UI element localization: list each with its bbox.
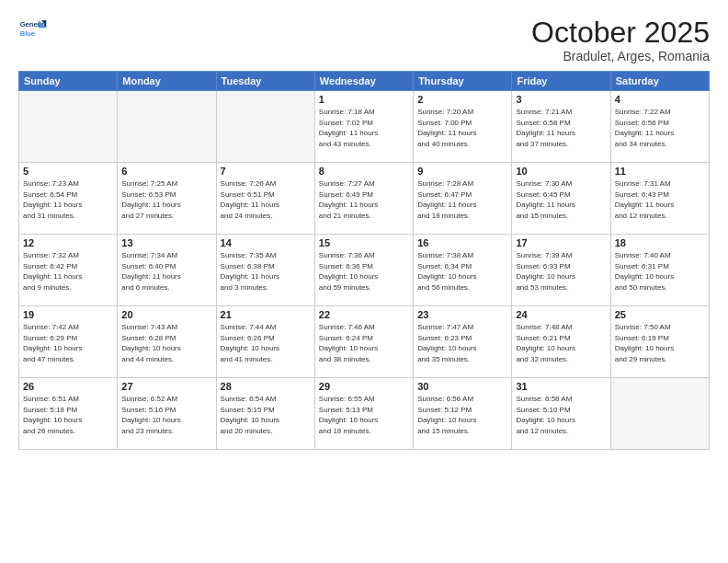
- day-number: 15: [319, 237, 409, 248]
- day-number: 22: [319, 309, 409, 320]
- calendar-cell: 24Sunrise: 7:48 AMSunset: 6:21 PMDayligh…: [512, 306, 610, 378]
- day-info: Sunrise: 7:46 AMSunset: 6:24 PMDaylight:…: [319, 322, 409, 364]
- calendar-week-row: 1Sunrise: 7:18 AMSunset: 7:02 PMDaylight…: [19, 91, 710, 163]
- day-number: 8: [319, 166, 409, 177]
- day-info: Sunrise: 6:58 AMSunset: 5:10 PMDaylight:…: [516, 394, 606, 436]
- calendar-cell: 8Sunrise: 7:27 AMSunset: 6:49 PMDaylight…: [314, 163, 413, 235]
- calendar-cell: 6Sunrise: 7:25 AMSunset: 6:53 PMDaylight…: [118, 163, 216, 235]
- calendar-cell: 20Sunrise: 7:43 AMSunset: 6:28 PMDayligh…: [118, 306, 216, 378]
- weekday-header: Thursday: [414, 72, 512, 91]
- day-info: Sunrise: 7:18 AMSunset: 7:02 PMDaylight:…: [319, 107, 409, 149]
- calendar-cell: 2Sunrise: 7:20 AMSunset: 7:00 PMDaylight…: [414, 91, 512, 163]
- calendar-cell: 29Sunrise: 6:55 AMSunset: 5:13 PMDayligh…: [314, 378, 413, 450]
- day-info: Sunrise: 7:38 AMSunset: 6:34 PMDaylight:…: [417, 250, 507, 293]
- calendar-week-row: 26Sunrise: 6:51 AMSunset: 5:18 PMDayligh…: [19, 378, 710, 450]
- day-number: 4: [615, 94, 705, 105]
- day-number: 25: [615, 309, 705, 320]
- header: General Blue October 2025 Bradulet, Arge…: [18, 17, 710, 63]
- calendar-cell: 11Sunrise: 7:31 AMSunset: 6:43 PMDayligh…: [610, 163, 709, 235]
- weekday-header: Wednesday: [314, 72, 413, 91]
- day-number: 2: [417, 94, 507, 105]
- calendar-cell: 21Sunrise: 7:44 AMSunset: 6:26 PMDayligh…: [216, 306, 314, 378]
- calendar-cell: 10Sunrise: 7:30 AMSunset: 6:45 PMDayligh…: [512, 163, 610, 235]
- day-number: 21: [221, 309, 311, 320]
- day-info: Sunrise: 6:52 AMSunset: 5:16 PMDaylight:…: [121, 394, 211, 436]
- calendar-cell: [610, 378, 709, 450]
- day-info: Sunrise: 7:35 AMSunset: 6:38 PMDaylight:…: [221, 250, 311, 293]
- logo: General Blue: [18, 17, 48, 42]
- day-number: 9: [417, 166, 507, 177]
- calendar-cell: 16Sunrise: 7:38 AMSunset: 6:34 PMDayligh…: [414, 235, 512, 306]
- svg-text:Blue: Blue: [20, 29, 35, 38]
- calendar-table: SundayMondayTuesdayWednesdayThursdayFrid…: [18, 71, 710, 450]
- title-block: October 2025 Bradulet, Arges, Romania: [531, 17, 710, 63]
- day-number: 24: [516, 309, 606, 320]
- day-number: 17: [516, 237, 606, 248]
- calendar-cell: 31Sunrise: 6:58 AMSunset: 5:10 PMDayligh…: [512, 378, 610, 450]
- calendar-week-row: 12Sunrise: 7:32 AMSunset: 6:42 PMDayligh…: [19, 235, 710, 306]
- day-info: Sunrise: 6:54 AMSunset: 5:15 PMDaylight:…: [221, 394, 311, 436]
- day-info: Sunrise: 7:42 AMSunset: 6:29 PMDaylight:…: [23, 322, 113, 364]
- weekday-header: Tuesday: [216, 72, 314, 91]
- day-info: Sunrise: 7:47 AMSunset: 6:23 PMDaylight:…: [417, 322, 507, 364]
- day-info: Sunrise: 7:30 AMSunset: 6:45 PMDaylight:…: [516, 178, 606, 221]
- day-number: 16: [417, 237, 507, 248]
- calendar-cell: 9Sunrise: 7:28 AMSunset: 6:47 PMDaylight…: [414, 163, 512, 235]
- calendar-cell: 4Sunrise: 7:22 AMSunset: 6:56 PMDaylight…: [610, 91, 709, 163]
- day-info: Sunrise: 7:44 AMSunset: 6:26 PMDaylight:…: [221, 322, 311, 364]
- calendar-cell: 13Sunrise: 7:34 AMSunset: 6:40 PMDayligh…: [118, 235, 216, 306]
- calendar-cell: 19Sunrise: 7:42 AMSunset: 6:29 PMDayligh…: [19, 306, 118, 378]
- calendar-cell: 14Sunrise: 7:35 AMSunset: 6:38 PMDayligh…: [216, 235, 314, 306]
- day-number: 7: [221, 166, 311, 177]
- calendar-cell: 26Sunrise: 6:51 AMSunset: 5:18 PMDayligh…: [19, 378, 118, 450]
- page: General Blue October 2025 Bradulet, Arge…: [0, 0, 728, 563]
- day-number: 1: [319, 94, 409, 105]
- calendar-cell: 22Sunrise: 7:46 AMSunset: 6:24 PMDayligh…: [314, 306, 413, 378]
- location: Bradulet, Arges, Romania: [531, 49, 710, 63]
- day-number: 3: [516, 94, 606, 105]
- calendar-cell: 1Sunrise: 7:18 AMSunset: 7:02 PMDaylight…: [314, 91, 413, 163]
- day-number: 26: [23, 381, 113, 392]
- day-info: Sunrise: 7:25 AMSunset: 6:53 PMDaylight:…: [121, 178, 211, 221]
- calendar-cell: 17Sunrise: 7:39 AMSunset: 6:33 PMDayligh…: [512, 235, 610, 306]
- weekday-header: Friday: [512, 72, 610, 91]
- day-info: Sunrise: 7:36 AMSunset: 6:36 PMDaylight:…: [319, 250, 409, 293]
- calendar-cell: 7Sunrise: 7:26 AMSunset: 6:51 PMDaylight…: [216, 163, 314, 235]
- day-number: 30: [417, 381, 507, 392]
- day-info: Sunrise: 7:28 AMSunset: 6:47 PMDaylight:…: [417, 178, 507, 221]
- day-info: Sunrise: 7:27 AMSunset: 6:49 PMDaylight:…: [319, 178, 409, 221]
- day-info: Sunrise: 7:43 AMSunset: 6:28 PMDaylight:…: [121, 322, 211, 364]
- weekday-header: Sunday: [19, 72, 118, 91]
- calendar-cell: 12Sunrise: 7:32 AMSunset: 6:42 PMDayligh…: [19, 235, 118, 306]
- day-info: Sunrise: 7:48 AMSunset: 6:21 PMDaylight:…: [516, 322, 606, 364]
- day-info: Sunrise: 7:20 AMSunset: 7:00 PMDaylight:…: [417, 107, 507, 149]
- day-info: Sunrise: 7:32 AMSunset: 6:42 PMDaylight:…: [23, 250, 113, 293]
- calendar-cell: 5Sunrise: 7:23 AMSunset: 6:54 PMDaylight…: [19, 163, 118, 235]
- day-number: 28: [221, 381, 311, 392]
- day-number: 29: [319, 381, 409, 392]
- day-number: 5: [23, 166, 113, 177]
- day-number: 27: [121, 381, 211, 392]
- calendar-cell: 15Sunrise: 7:36 AMSunset: 6:36 PMDayligh…: [314, 235, 413, 306]
- day-number: 14: [221, 237, 311, 248]
- calendar-cell: 3Sunrise: 7:21 AMSunset: 6:58 PMDaylight…: [512, 91, 610, 163]
- weekday-header: Monday: [118, 72, 216, 91]
- month-title: October 2025: [531, 17, 710, 49]
- day-number: 31: [516, 381, 606, 392]
- day-info: Sunrise: 7:40 AMSunset: 6:31 PMDaylight:…: [615, 250, 705, 293]
- day-number: 12: [23, 237, 113, 248]
- day-info: Sunrise: 7:22 AMSunset: 6:56 PMDaylight:…: [615, 107, 705, 149]
- day-info: Sunrise: 6:51 AMSunset: 5:18 PMDaylight:…: [23, 394, 113, 436]
- day-number: 18: [615, 237, 705, 248]
- day-info: Sunrise: 7:50 AMSunset: 6:19 PMDaylight:…: [615, 322, 705, 364]
- calendar-week-row: 19Sunrise: 7:42 AMSunset: 6:29 PMDayligh…: [19, 306, 710, 378]
- calendar-cell: [118, 91, 216, 163]
- calendar-cell: 28Sunrise: 6:54 AMSunset: 5:15 PMDayligh…: [216, 378, 314, 450]
- calendar-cell: 23Sunrise: 7:47 AMSunset: 6:23 PMDayligh…: [414, 306, 512, 378]
- day-number: 23: [417, 309, 507, 320]
- calendar-week-row: 5Sunrise: 7:23 AMSunset: 6:54 PMDaylight…: [19, 163, 710, 235]
- day-number: 19: [23, 309, 113, 320]
- day-info: Sunrise: 6:55 AMSunset: 5:13 PMDaylight:…: [319, 394, 409, 436]
- calendar-cell: 18Sunrise: 7:40 AMSunset: 6:31 PMDayligh…: [610, 235, 709, 306]
- weekday-header: Saturday: [610, 72, 709, 91]
